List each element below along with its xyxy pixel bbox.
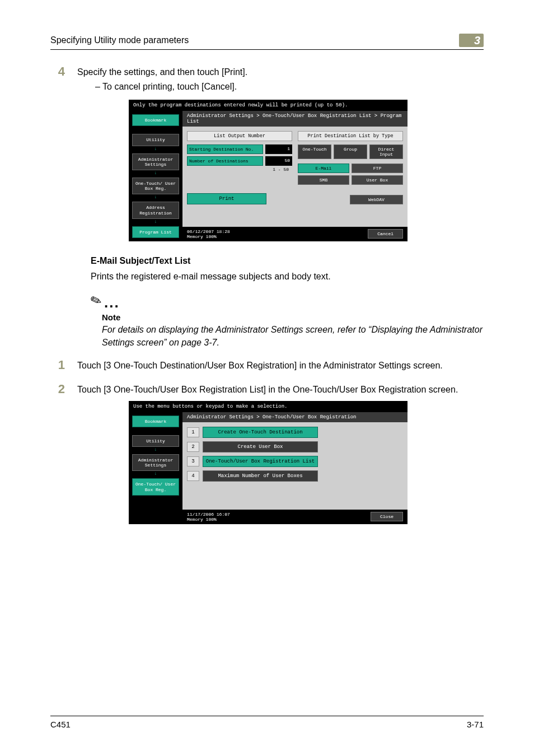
screenshot-program-list: Only the program destinations entered ne… xyxy=(129,100,407,241)
ui2-memory: Memory 100% xyxy=(187,517,230,522)
step-1-text: Touch [3 One-Touch Destination/User Box … xyxy=(77,359,443,372)
pencil-icon: ✎ xyxy=(88,291,104,310)
step-number-1: 1 xyxy=(50,359,65,371)
menu-item-button[interactable]: Create One-Touch Destination xyxy=(203,427,318,438)
step-2-text: Touch [3 One-Touch/User Box Registration… xyxy=(77,383,458,396)
ftp-type-button[interactable]: FTP xyxy=(352,164,403,173)
print-button[interactable]: Print xyxy=(187,193,266,204)
smb-type-button[interactable]: SMB xyxy=(298,175,349,185)
num-dest-value: 50 xyxy=(265,156,292,166)
cancel-button[interactable]: Cancel xyxy=(368,229,403,239)
bookmark-button[interactable]: Bookmark xyxy=(132,114,179,126)
utility-button[interactable]: Utility xyxy=(132,134,179,146)
menu-number: 3 xyxy=(187,456,199,466)
ui1-memory: Memory 100% xyxy=(187,234,230,239)
ui1-message: Only the program destinations entered ne… xyxy=(129,100,407,111)
one-touch-type-button[interactable]: One-Touch xyxy=(298,144,331,159)
arrow-icon: ↓ xyxy=(132,171,179,175)
menu-item-button[interactable]: Create User Box xyxy=(203,441,318,452)
utility-button[interactable]: Utility xyxy=(132,435,179,447)
footer-model: C451 xyxy=(50,720,71,729)
section-text: Prints the registered e-mail message sub… xyxy=(91,272,484,282)
admin-settings-button[interactable]: Administrator Settings xyxy=(132,454,179,471)
arrow-icon: ↓ xyxy=(132,472,179,476)
num-dest-field[interactable]: Number of Destinations xyxy=(187,156,263,166)
userbox-type-button[interactable]: User Box xyxy=(352,175,403,185)
bookmark-button[interactable]: Bookmark xyxy=(132,416,179,427)
step-4-text: Specify the settings, and then touch [Pr… xyxy=(77,66,247,78)
onetouch-button[interactable]: One-Touch/ User Box Reg. xyxy=(132,478,179,495)
direct-input-type-button[interactable]: Direct Input xyxy=(369,144,403,159)
ui2-message: Use the menu buttons or keypad to make a… xyxy=(129,401,407,412)
step-number-2: 2 xyxy=(50,383,65,395)
menu-number: 1 xyxy=(187,427,199,437)
arrow-icon: ↓ xyxy=(132,447,179,452)
menu-item-button[interactable]: One-Touch/User Box Registration List xyxy=(203,456,318,467)
arrow-icon: ↓ xyxy=(132,147,179,151)
arrow-icon: ↓ xyxy=(132,195,179,199)
ui2-datetime: 11/17/2006 16:07 xyxy=(187,512,230,517)
menu-number: 4 xyxy=(187,471,199,481)
screenshot-registration-menu: Use the menu buttons or keypad to make a… xyxy=(129,401,407,524)
menu-item-button[interactable]: Maximum Number of User Boxes xyxy=(203,470,318,482)
note-text: For details on displaying the Administra… xyxy=(102,323,484,349)
col-header-print-type: Print Destination List by Type xyxy=(298,131,403,141)
program-list-button[interactable]: Program List xyxy=(132,226,179,238)
col-header-list-output: List Output Number xyxy=(187,131,292,141)
page-header-title: Specifying Utility mode parameters xyxy=(50,35,189,45)
ui2-breadcrumb: Administrator Settings > One-Touch/User … xyxy=(182,412,407,422)
arrow-icon: ↓ xyxy=(132,220,179,224)
step-number-4: 4 xyxy=(50,66,65,78)
onetouch-button[interactable]: One-Touch/ User Box Reg. xyxy=(132,178,179,194)
ui1-datetime: 06/12/2007 18:28 xyxy=(187,229,230,234)
range-text: 1 - 50 xyxy=(187,167,292,172)
step-4-sub: To cancel printing, touch [Cancel]. xyxy=(95,82,484,92)
address-reg-button[interactable]: Address Registration xyxy=(132,202,179,218)
email-type-button[interactable]: E-Mail xyxy=(298,164,349,173)
admin-settings-button[interactable]: Administrator Settings xyxy=(132,153,179,170)
chapter-badge: 3 xyxy=(459,34,484,47)
group-type-button[interactable]: Group xyxy=(334,144,367,159)
section-heading: E-Mail Subject/Text List xyxy=(91,256,484,266)
close-button[interactable]: Close xyxy=(371,512,403,521)
note-dots: ... xyxy=(104,294,120,311)
starting-dest-field[interactable]: Starting Destination No. xyxy=(187,144,263,154)
starting-dest-value: 1 xyxy=(265,144,292,154)
ui1-breadcrumb: Administrator Settings > One-Touch/User … xyxy=(182,111,407,127)
webdav-type-button[interactable]: WebDAV xyxy=(350,195,403,204)
note-label: Note xyxy=(102,312,484,322)
menu-number: 2 xyxy=(187,442,199,452)
footer-page: 3-71 xyxy=(467,720,484,729)
